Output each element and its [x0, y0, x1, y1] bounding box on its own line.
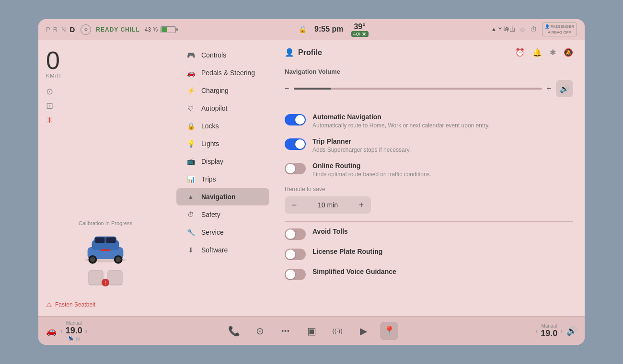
reroute-stepper: −10 min+ — [285, 196, 371, 214]
current-time: 9:55 pm — [314, 25, 343, 34]
alarm-icon[interactable]: ⏰ — [515, 48, 525, 57]
phone-button[interactable]: 📞 — [225, 322, 243, 340]
menu-item-software[interactable]: ⬇Software — [176, 241, 269, 259]
bluetooth-icon[interactable]: ✱ — [550, 48, 556, 57]
toggle-online-routing[interactable] — [285, 163, 306, 174]
car-visual: Calibration In Progress — [77, 220, 134, 287]
bell-icon[interactable]: 🔔 — [532, 48, 542, 57]
speed-display: 0 KM/H — [46, 48, 165, 79]
gear-p: P — [46, 26, 50, 33]
cruise-icon: ⊙ — [46, 86, 165, 97]
divider-1 — [285, 107, 573, 107]
menu-item-controls[interactable]: 🎮Controls — [176, 46, 269, 64]
menu-icon-display: 📺 — [186, 158, 196, 165]
toggle-desc-online-routing: Finds optimal route based on traffic con… — [312, 171, 573, 179]
gear-mode-icon[interactable]: ⚙ — [81, 24, 91, 35]
menu-icon-navigation: ▲ — [186, 193, 196, 201]
battery-info: 43 % — [145, 26, 176, 33]
svg-rect-5 — [106, 238, 116, 243]
toggle-label-trip-planner: Trip Planner — [312, 137, 573, 145]
menu-item-service[interactable]: 🔧Service — [176, 224, 269, 241]
menu-icon-lights: 💡 — [186, 140, 196, 148]
toggle-license-plate[interactable] — [285, 249, 306, 260]
volume-decrease-button[interactable]: − — [285, 84, 289, 93]
warning-icon: ✳ — [46, 115, 165, 125]
temp-right-decrease[interactable]: ‹ — [536, 327, 538, 335]
setting-row-online-routing: Online RoutingFinds optimal route based … — [285, 162, 573, 179]
reroute-increase-button[interactable]: + — [352, 196, 371, 214]
svg-rect-12 — [108, 271, 122, 285]
menu-item-display[interactable]: 📺Display — [176, 153, 269, 170]
temp-left-display: Manual 19.0 💺▤ — [66, 320, 82, 341]
reroute-decrease-button[interactable]: − — [285, 196, 304, 214]
settings-rows: Automatic NavigationAutomatically route … — [285, 113, 573, 280]
temp-control-left: ‹ Manual 19.0 💺▤ › — [60, 320, 87, 341]
menu-item-lights[interactable]: 💡Lights — [176, 135, 269, 152]
setting-row-license-plate: License Plate Routing — [285, 248, 573, 260]
settings-panel: 👤 Profile ⏰ 🔔 ✱ 🔕 Navigation Volume − + — [273, 40, 585, 316]
menu-icon-charging: ⚡ — [186, 87, 196, 94]
toggle-label-license-plate: License Plate Routing — [312, 248, 573, 255]
left-panel: 0 KM/H ⊙ ⊡ ✳ Calibration In Progress — [38, 40, 173, 316]
status-left: P R N D ⚙ READY CHILL 43 % — [46, 24, 176, 35]
temp-right-display: Manual 19.0 — [541, 323, 557, 339]
menu-icon-safety: ⏱ — [186, 211, 196, 218]
toggle-trip-planner[interactable] — [285, 138, 306, 150]
menu-icon-software: ⬇ — [186, 246, 196, 254]
radio-button[interactable]: ((·)) — [328, 322, 346, 340]
svg-text:!: ! — [105, 280, 106, 285]
svg-rect-4 — [95, 238, 105, 243]
volume-slider[interactable] — [294, 88, 542, 90]
status-right: ▲ Y 峰山 ⊘ ⏱ 👤 PASSENGERAIRBAG OFF — [491, 23, 577, 36]
menu-item-pedals[interactable]: 🚗Pedals & Steering — [176, 64, 269, 81]
profile-label: Profile — [298, 48, 322, 57]
climate-left-item[interactable]: 🚗 — [46, 326, 57, 336]
menu-item-trips[interactable]: 📊Trips — [176, 171, 269, 188]
media-button[interactable]: ▣ — [302, 322, 321, 340]
setting-row-automatic-nav: Automatic NavigationAutomatically route … — [285, 113, 573, 130]
menu-item-locks[interactable]: 🔒Locks — [176, 117, 269, 135]
mute-icon[interactable]: 🔕 — [564, 48, 573, 57]
menu-label-locks: Locks — [201, 122, 219, 130]
speaker-button[interactable]: 🔊 — [556, 80, 573, 97]
camera-button[interactable]: ⊙ — [251, 322, 269, 340]
temp-left-increase[interactable]: › — [85, 327, 88, 335]
gear-n: N — [61, 26, 66, 33]
setting-row-simplified-voice: Simplified Voice Guidance — [285, 268, 573, 280]
speed-value: 0 — [46, 48, 60, 73]
temp-right-increase[interactable]: › — [560, 327, 563, 335]
more-button[interactable]: ••• — [277, 322, 295, 340]
menu-item-navigation[interactable]: ▲Navigation — [176, 188, 269, 205]
menu-label-trips: Trips — [201, 175, 216, 183]
temp-right-value: 19.0 — [541, 329, 557, 339]
toggle-simplified-voice[interactable] — [285, 269, 306, 280]
menu-item-charging[interactable]: ⚡Charging — [176, 82, 269, 99]
menu-icon-pedals: 🚗 — [186, 69, 196, 77]
reroute-label: Reroute to save — [285, 186, 573, 193]
volume-control: − + 🔊 — [285, 80, 573, 97]
divider-reroute — [285, 221, 573, 222]
reroute-value: 10 min — [304, 201, 352, 209]
toggle-content-trip-planner: Trip PlannerAdds Supercharger stops if n… — [312, 137, 573, 154]
volume-right-item[interactable]: 🔊 — [566, 326, 577, 336]
main-content: 0 KM/H ⊙ ⊡ ✳ Calibration In Progress — [38, 40, 585, 316]
profile-title: 👤 Profile — [285, 48, 322, 57]
play-button[interactable]: ▶ — [354, 322, 372, 340]
menu-icon-locks: 🔒 — [186, 122, 196, 130]
temperature: 39° — [354, 22, 365, 31]
menu-item-autopilot[interactable]: 🛡Autopilot — [176, 100, 269, 117]
aqi-badge: AQI 38 — [351, 31, 369, 37]
signal-icon: ▲ Y 峰山 — [491, 25, 515, 34]
menu-label-autopilot: Autopilot — [201, 104, 227, 112]
seat-schematic: ! — [86, 268, 125, 287]
nav-button[interactable]: 📍 — [380, 322, 398, 340]
temp-left-label: Manual — [66, 320, 82, 326]
volume-increase-button[interactable]: + — [547, 84, 551, 93]
menu-label-controls: Controls — [201, 51, 226, 59]
temp-left-decrease[interactable]: ‹ — [60, 327, 63, 335]
menu-label-service: Service — [201, 228, 224, 236]
toggle-automatic-nav[interactable] — [285, 114, 306, 125]
nav-volume-label: Navigation Volume — [285, 68, 573, 75]
menu-item-safety[interactable]: ⏱Safety — [176, 206, 269, 223]
toggle-avoid-tolls[interactable] — [285, 228, 306, 240]
